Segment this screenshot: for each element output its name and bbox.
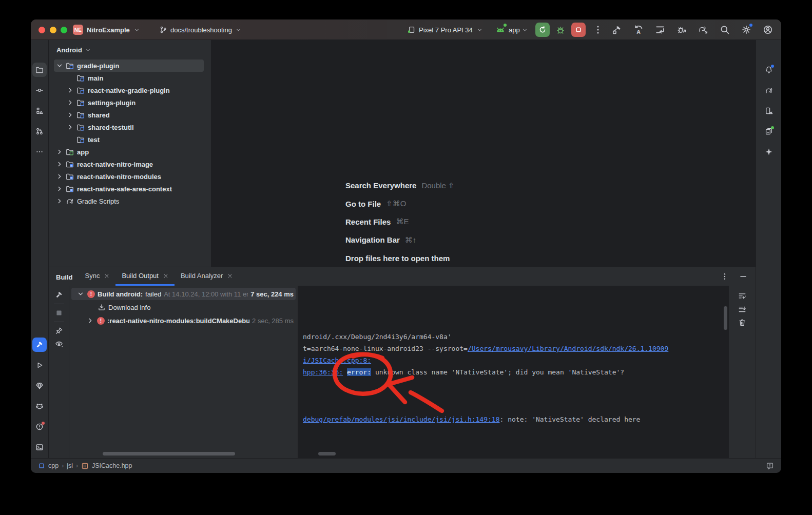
chevron-collapsed-icon[interactable] (66, 111, 74, 119)
build-tool-button[interactable] (32, 338, 47, 352)
build-root-row[interactable]: ! Build android: failed At 14.10.24, 12:… (69, 287, 298, 301)
apply-changes-icon[interactable]: A (633, 25, 644, 35)
breadcrumb[interactable]: jsi (67, 462, 73, 469)
project-name: NitroExample (87, 26, 130, 34)
file-link[interactable]: /Users/mrousavy/Library/Android/sdk/ndk/… (468, 345, 668, 352)
tree-item-app[interactable]: app (49, 146, 211, 158)
notifications-tool-button[interactable] (762, 63, 776, 77)
device-manager-tool-button[interactable] (762, 104, 776, 118)
breadcrumb[interactable]: JSICache.hpp (92, 462, 132, 469)
run-configuration[interactable]: app (509, 26, 520, 34)
build-root-duration: 7 sec, 224 ms (250, 290, 298, 298)
chevron-down-icon (133, 27, 140, 33)
chevron-collapsed-icon[interactable] (66, 98, 74, 107)
problems-icon (35, 423, 44, 431)
build-console: ndroid/.cxx/Debug/2nd4i3y6/arm64-v8a' t=… (298, 286, 729, 459)
tree-item-shared-testutil[interactable]: shared-testutil (49, 121, 211, 133)
view-options-icon[interactable] (55, 340, 63, 348)
commit-tool-button[interactable] (32, 83, 47, 97)
chevron-collapsed-icon[interactable] (66, 86, 74, 94)
clear-all-icon[interactable] (738, 319, 746, 327)
project-tool-button[interactable] (32, 63, 47, 77)
chevron-collapsed-icon[interactable] (55, 185, 64, 193)
chevron-expanded-icon[interactable] (76, 290, 85, 298)
settings-icon[interactable] (741, 25, 751, 35)
structure-tool-button[interactable] (32, 104, 47, 118)
more-icon (35, 148, 44, 156)
terminal-tool-button[interactable] (32, 440, 47, 454)
tree-item-react-native-nitro-modules[interactable]: react-native-nitro-modules (49, 170, 211, 183)
device-selector[interactable]: Pixel 7 Pro API 34 (407, 19, 483, 40)
tree-item-shared[interactable]: shared (49, 109, 211, 121)
branch-widget[interactable]: docs/troubleshooting (159, 19, 242, 40)
tree-item-react-native-nitro-image[interactable]: react-native-nitro-image (49, 158, 211, 170)
tree-item-react-native-gradle-plugin[interactable]: react-native-gradle-plugin (49, 84, 211, 96)
debug-button[interactable] (555, 25, 566, 35)
project-view-selector[interactable]: Android (49, 40, 211, 60)
file-link[interactable]: hpp:36:36: (303, 368, 343, 376)
profile-icon[interactable] (763, 25, 773, 35)
chevron-collapsed-icon[interactable] (66, 123, 74, 131)
tree-item-label: test (87, 136, 100, 144)
tab-sync[interactable]: Sync (79, 267, 116, 286)
zoom-window-button[interactable] (61, 27, 67, 33)
more-tool-windows-button[interactable] (32, 145, 47, 159)
chevron-expanded-icon[interactable] (55, 62, 64, 70)
running-devices-tool-button[interactable] (762, 124, 776, 138)
rerun-button[interactable] (535, 23, 550, 37)
logcat-tool-button[interactable] (32, 399, 47, 413)
pull-requests-tool-button[interactable] (32, 124, 47, 138)
close-icon[interactable] (227, 273, 233, 279)
tree-item-main[interactable]: main (49, 72, 211, 84)
breadcrumb[interactable]: cpp (48, 462, 59, 469)
panel-options-icon[interactable] (721, 272, 729, 281)
stop-build-icon[interactable] (55, 309, 63, 317)
file-link[interactable]: debug/prefab/modules/jsi/include/jsi/jsi… (303, 415, 500, 423)
build-cmake-task-row[interactable]: ! :react-native-nitro-modules:buildCMake… (69, 314, 298, 327)
more-actions-icon[interactable] (593, 25, 603, 35)
tree-item-react-native-safe-area-context[interactable]: react-native-safe-area-context (49, 183, 211, 195)
gemini-tool-button[interactable] (762, 145, 776, 159)
tab-build-output[interactable]: Build Output (115, 267, 175, 286)
project-widget[interactable]: NE NitroExample (73, 19, 140, 40)
tree-item-gradle-plugin[interactable]: gradle-plugin (49, 60, 211, 72)
horizontal-scrollbar[interactable] (318, 452, 336, 455)
problems-tool-button[interactable] (32, 420, 47, 434)
app-inspection-tool-button[interactable] (32, 379, 47, 393)
close-icon[interactable] (163, 273, 168, 279)
chevron-collapsed-icon[interactable] (55, 160, 64, 168)
restart-build-icon[interactable] (55, 291, 63, 299)
vertical-scrollbar[interactable] (724, 306, 727, 330)
gradle-tool-button[interactable] (762, 83, 776, 97)
build-icon[interactable] (612, 25, 622, 35)
tab-build-analyzer[interactable]: Build Analyzer (175, 267, 239, 286)
file-link[interactable]: i/JSICache.cpp:8: (303, 356, 371, 364)
shortcut-label: Search Everywhere (345, 181, 416, 190)
project-panel: Android gradle-plugin main (49, 40, 211, 267)
scroll-to-end-icon[interactable] (738, 305, 746, 313)
horizontal-scrollbar[interactable] (103, 452, 235, 455)
minimize-window-button[interactable] (50, 27, 56, 33)
pin-tab-icon[interactable] (55, 327, 63, 335)
tree-item-gradle-scripts[interactable]: Gradle Scripts (49, 195, 211, 207)
chevron-collapsed-icon[interactable] (55, 172, 64, 181)
stop-button[interactable] (571, 23, 586, 37)
event-log-icon[interactable] (766, 462, 774, 470)
hide-panel-icon[interactable] (739, 272, 747, 281)
search-icon[interactable] (720, 25, 730, 35)
close-window-button[interactable] (38, 27, 45, 33)
run-tool-button[interactable] (32, 358, 47, 372)
tree-item-test[interactable]: test (49, 133, 211, 146)
close-icon[interactable] (104, 273, 109, 279)
attach-debugger-icon[interactable] (676, 25, 687, 35)
android-icon (495, 25, 506, 35)
chevron-collapsed-icon[interactable] (86, 316, 94, 325)
tree-item-settings-plugin[interactable]: settings-plugin (49, 96, 211, 109)
chevron-collapsed-icon[interactable] (55, 197, 64, 205)
chevron-down-icon[interactable] (521, 27, 528, 33)
build-download-info-row[interactable]: Download info (69, 301, 298, 314)
apply-code-changes-icon[interactable] (655, 25, 665, 35)
gradle-sync-icon[interactable] (698, 25, 708, 35)
soft-wrap-icon[interactable] (738, 292, 746, 300)
chevron-collapsed-icon[interactable] (55, 148, 64, 156)
